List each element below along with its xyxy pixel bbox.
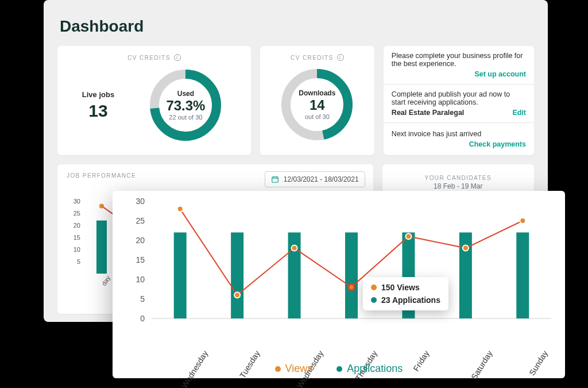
job-performance-chart-card: 051015202530 WednesdayTuesdayWednesdayTh… xyxy=(113,191,565,378)
date-range-text: 12/03/2021 - 18/03/2021 xyxy=(284,175,359,183)
dot-icon xyxy=(371,285,377,290)
used-credits-donut: Used 73.3% 22 out of 30 xyxy=(146,66,225,144)
svg-text:30: 30 xyxy=(136,197,145,206)
svg-text:25: 25 xyxy=(74,210,80,217)
date-range-picker[interactable]: 12/03/2021 - 18/03/2021 xyxy=(265,171,365,187)
svg-text:10: 10 xyxy=(74,246,80,253)
check-payments-link[interactable]: Check payments xyxy=(392,140,526,148)
legend-applications[interactable]: Applications xyxy=(336,363,403,375)
downloads-donut: Downloads 14 out of 30 xyxy=(278,66,356,144)
your-candidates-range: 18 Feb - 19 Mar xyxy=(392,182,525,190)
svg-text:20: 20 xyxy=(74,222,80,229)
calendar-icon xyxy=(271,175,279,183)
chart-legend: Views Applications xyxy=(113,363,565,375)
your-candidates-title: YOUR CANDIDATES xyxy=(392,175,525,181)
used-percent: 73.3% xyxy=(166,98,205,114)
used-label: Used xyxy=(177,90,194,98)
notice-item: Complete and publish your ad now to star… xyxy=(384,84,534,123)
cv-credits-label: CV CREDITS xyxy=(127,55,171,61)
svg-point-29 xyxy=(177,206,183,212)
notices-card: Please complete your business profile fo… xyxy=(384,46,534,155)
svg-text:30: 30 xyxy=(74,198,80,205)
info-icon[interactable]: i xyxy=(337,54,344,61)
svg-point-35 xyxy=(520,218,525,224)
tooltip-views: 150 Views xyxy=(381,283,420,292)
edit-ad-link[interactable]: Edit xyxy=(512,109,526,117)
svg-text:10: 10 xyxy=(136,275,145,284)
notice-item: Next invoice has just arrived Check paym… xyxy=(384,123,534,155)
svg-text:25: 25 xyxy=(136,216,145,225)
svg-rect-4 xyxy=(272,177,278,182)
svg-rect-22 xyxy=(174,232,187,318)
svg-point-32 xyxy=(349,285,354,290)
svg-text:5: 5 xyxy=(140,294,145,304)
downloads-card: CV CREDITS i Downloads 14 out of 30 xyxy=(260,46,374,155)
setup-account-link[interactable]: Set up account xyxy=(392,70,526,78)
used-sub: 22 out of 30 xyxy=(169,114,202,121)
svg-rect-25 xyxy=(345,232,358,318)
card-header: CV CREDITS i xyxy=(67,54,242,61)
downloads-value: 14 xyxy=(310,97,325,113)
job-performance-chart[interactable]: 051015202530 xyxy=(118,197,559,329)
svg-rect-28 xyxy=(516,232,529,318)
cv-credits-card: CV CREDITS i Live jobs 13 Used xyxy=(57,46,251,155)
notice-text: Next invoice has just arrived xyxy=(392,130,526,138)
live-jobs-block: Live jobs 13 xyxy=(67,90,130,121)
legend-views[interactable]: Views xyxy=(275,363,313,375)
svg-point-12 xyxy=(99,203,104,208)
downloads-label: Downloads xyxy=(299,89,335,97)
info-icon[interactable]: i xyxy=(174,54,181,61)
chart-x-labels: WednesdayTuesdayWednesdayThursdayFridayS… xyxy=(152,329,557,358)
svg-text:day: day xyxy=(100,274,112,287)
notice-job-title: Real Estate Paralegal xyxy=(392,109,464,117)
svg-text:5: 5 xyxy=(77,258,80,265)
page-title: Dashboard xyxy=(60,17,532,36)
top-row: CV CREDITS i Live jobs 13 Used xyxy=(57,46,534,155)
dot-icon xyxy=(371,297,377,303)
chart-tooltip: 150 Views 23 Applications xyxy=(363,277,448,310)
svg-text:15: 15 xyxy=(74,234,80,241)
svg-text:20: 20 xyxy=(136,236,145,245)
svg-point-34 xyxy=(463,245,469,251)
svg-point-31 xyxy=(292,245,297,251)
svg-text:15: 15 xyxy=(136,255,145,264)
svg-point-33 xyxy=(405,233,411,239)
svg-rect-23 xyxy=(231,232,243,318)
live-jobs-value: 13 xyxy=(67,101,130,121)
tooltip-apps: 23 Applications xyxy=(381,295,440,305)
card-header: CV CREDITS i xyxy=(269,54,365,61)
downloads-sub: out of 30 xyxy=(305,113,330,120)
svg-rect-11 xyxy=(96,221,107,274)
notice-text: Complete and publish your ad now to star… xyxy=(392,90,526,106)
svg-point-30 xyxy=(234,292,240,298)
live-jobs-label: Live jobs xyxy=(67,90,130,99)
notice-item: Please complete your business profile fo… xyxy=(384,46,534,84)
notice-text: Please complete your business profile fo… xyxy=(392,52,526,68)
cv-credits-label: CV CREDITS xyxy=(291,55,334,61)
svg-text:0: 0 xyxy=(140,314,145,323)
